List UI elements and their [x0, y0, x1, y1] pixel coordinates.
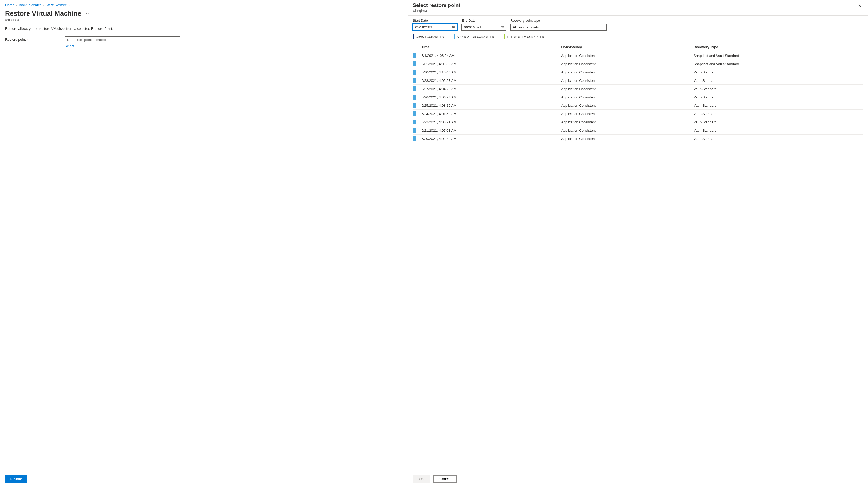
cell-consistency: Application Consistent — [560, 52, 692, 60]
page-title: Restore Virtual Machine — [5, 10, 81, 18]
cell-recovery-type: Vault-Standard — [692, 110, 863, 118]
cell-time: 5/25/2021, 4:08:19 AM — [417, 102, 560, 110]
app-swatch-icon — [413, 86, 416, 91]
cell-time: 5/20/2021, 4:02:42 AM — [417, 135, 560, 143]
cell-consistency: Application Consistent — [560, 102, 692, 110]
cell-recovery-type: Vault-Standard — [692, 68, 863, 77]
app-swatch-icon — [413, 53, 416, 58]
restore-points-table: Time Consistency Recovery Type 6/1/2021,… — [413, 43, 863, 143]
chevron-right-icon: › — [69, 3, 70, 7]
resource-name: winsqlsea — [5, 18, 403, 22]
app-swatch-icon — [413, 78, 416, 83]
table-row[interactable]: 5/31/2021, 4:09:52 AMApplication Consist… — [413, 60, 863, 68]
chevron-right-icon: › — [16, 3, 17, 7]
calendar-icon: 📅︎ — [452, 25, 455, 29]
cell-time: 6/1/2021, 4:06:04 AM — [417, 52, 560, 60]
cell-consistency: Application Consistent — [560, 93, 692, 102]
app-swatch-icon — [413, 128, 416, 133]
main-pane: Home › Backup center › Start: Restore › … — [0, 0, 408, 486]
app-swatch-icon — [413, 136, 416, 141]
table-row[interactable]: 5/21/2021, 4:07:01 AMApplication Consist… — [413, 126, 863, 135]
recovery-type-label: Recovery point type — [510, 19, 607, 23]
cell-time: 5/22/2021, 4:06:21 AM — [417, 118, 560, 126]
panel-title: Select restore point — [413, 2, 460, 8]
select-restore-point-panel: Select restore point winsqlsea ✕ Start D… — [408, 0, 868, 486]
restore-button[interactable]: Restore — [5, 475, 27, 483]
app-swatch-icon — [413, 120, 416, 124]
start-date-label: Start Date — [413, 19, 458, 23]
legend-filesystem-consistent: FILE-SYSTEM CONSISTENT — [504, 34, 546, 39]
app-swatch-icon — [413, 61, 416, 66]
end-date-label: End Date — [462, 19, 506, 23]
cell-consistency: Application Consistent — [560, 68, 692, 77]
app-swatch-icon — [454, 34, 455, 39]
cell-time: 5/26/2021, 4:06:23 AM — [417, 93, 560, 102]
cell-recovery-type: Vault-Standard — [692, 135, 863, 143]
cell-time: 5/24/2021, 4:01:58 AM — [417, 110, 560, 118]
recovery-type-dropdown[interactable]: All restore points ⌄ — [510, 24, 607, 31]
col-recovery-type[interactable]: Recovery Type — [692, 43, 863, 52]
table-row[interactable]: 5/27/2021, 4:04:20 AMApplication Consist… — [413, 85, 863, 93]
calendar-icon: 📅︎ — [501, 25, 504, 29]
table-row[interactable]: 5/28/2021, 4:05:57 AMApplication Consist… — [413, 77, 863, 85]
chevron-down-icon: ⌄ — [601, 25, 604, 29]
page-description: Restore allows you to restore VM/disks f… — [5, 27, 403, 31]
breadcrumb-start-restore[interactable]: Start: Restore — [45, 3, 67, 7]
cell-consistency: Application Consistent — [560, 60, 692, 68]
table-row[interactable]: 5/22/2021, 4:06:21 AMApplication Consist… — [413, 118, 863, 126]
cell-consistency: Application Consistent — [560, 85, 692, 93]
chevron-right-icon: › — [42, 3, 44, 7]
cell-recovery-type: Vault-Standard — [692, 93, 863, 102]
restore-point-label: Restore point* — [5, 36, 61, 41]
col-time[interactable]: Time — [417, 43, 560, 52]
col-consistency[interactable]: Consistency — [560, 43, 692, 52]
cell-recovery-type: Vault-Standard — [692, 102, 863, 110]
cell-consistency: Application Consistent — [560, 77, 692, 85]
table-row[interactable]: 6/1/2021, 4:06:04 AMApplication Consiste… — [413, 52, 863, 60]
cell-recovery-type: Vault-Standard — [692, 85, 863, 93]
legend-application-consistent: APPLICATION CONSISTENT — [454, 34, 496, 39]
ok-button[interactable]: OK — [413, 475, 430, 483]
close-icon[interactable]: ✕ — [857, 2, 863, 9]
breadcrumb-home[interactable]: Home — [5, 3, 14, 7]
crash-swatch-icon — [413, 34, 414, 39]
app-swatch-icon — [413, 111, 416, 116]
start-date-input[interactable]: 05/18/2021 📅︎ — [413, 24, 458, 31]
breadcrumb: Home › Backup center › Start: Restore › — [5, 3, 403, 7]
end-date-input[interactable]: 06/01/2021 📅︎ — [462, 24, 506, 31]
table-row[interactable]: 5/26/2021, 4:06:23 AMApplication Consist… — [413, 93, 863, 102]
panel-resource-name: winsqlsea — [413, 9, 460, 12]
table-row[interactable]: 5/25/2021, 4:08:19 AMApplication Consist… — [413, 102, 863, 110]
app-swatch-icon — [413, 95, 416, 99]
fs-swatch-icon — [504, 34, 505, 39]
cancel-button[interactable]: Cancel — [433, 475, 456, 483]
cell-recovery-type: Snapshot and Vault-Standard — [692, 52, 863, 60]
cell-time: 5/27/2021, 4:04:20 AM — [417, 85, 560, 93]
cell-consistency: Application Consistent — [560, 126, 692, 135]
more-actions-icon[interactable]: ··· — [85, 11, 89, 17]
cell-consistency: Application Consistent — [560, 118, 692, 126]
cell-recovery-type: Vault-Standard — [692, 118, 863, 126]
consistency-legend: CRASH CONSISTENT APPLICATION CONSISTENT … — [413, 34, 863, 39]
restore-point-input[interactable]: No restore point selected — [65, 36, 180, 44]
cell-consistency: Application Consistent — [560, 110, 692, 118]
cell-time: 5/21/2021, 4:07:01 AM — [417, 126, 560, 135]
cell-time: 5/30/2021, 4:10:46 AM — [417, 68, 560, 77]
cell-consistency: Application Consistent — [560, 135, 692, 143]
app-swatch-icon — [413, 70, 416, 75]
table-row[interactable]: 5/24/2021, 4:01:58 AMApplication Consist… — [413, 110, 863, 118]
table-row[interactable]: 5/30/2021, 4:10:46 AMApplication Consist… — [413, 68, 863, 77]
table-row[interactable]: 5/20/2021, 4:02:42 AMApplication Consist… — [413, 135, 863, 143]
legend-crash-consistent: CRASH CONSISTENT — [413, 34, 446, 39]
cell-time: 5/31/2021, 4:09:52 AM — [417, 60, 560, 68]
cell-recovery-type: Vault-Standard — [692, 77, 863, 85]
cell-recovery-type: Vault-Standard — [692, 126, 863, 135]
cell-time: 5/28/2021, 4:05:57 AM — [417, 77, 560, 85]
cell-recovery-type: Snapshot and Vault-Standard — [692, 60, 863, 68]
breadcrumb-backup-center[interactable]: Backup center — [19, 3, 41, 7]
select-restore-point-link[interactable]: Select — [65, 44, 74, 48]
app-swatch-icon — [413, 103, 416, 108]
